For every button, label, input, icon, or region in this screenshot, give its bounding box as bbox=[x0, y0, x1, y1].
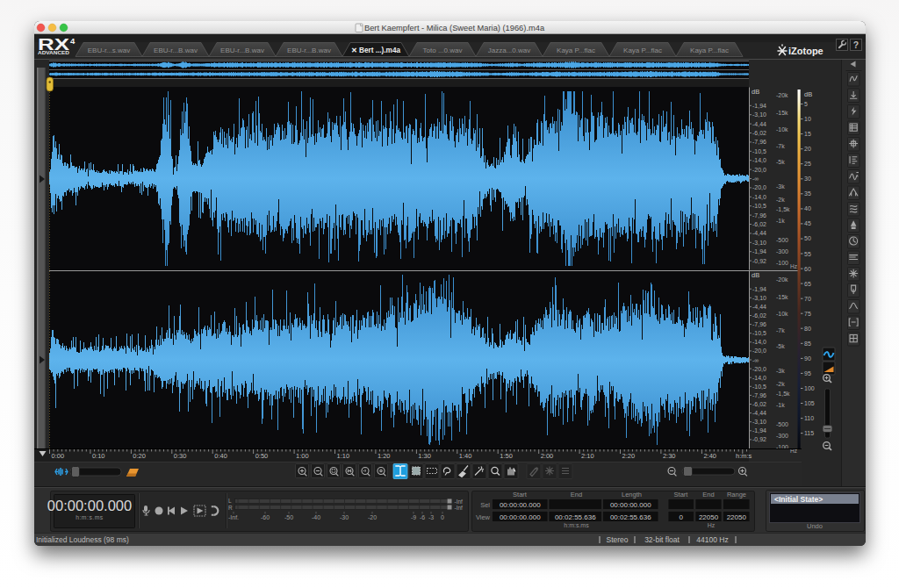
svg-text:-60: -60 bbox=[261, 514, 270, 520]
svg-text:-1,94: -1,94 bbox=[752, 248, 766, 255]
svg-text:Initialized Loudness (98 ms): Initialized Loudness (98 ms) bbox=[36, 535, 129, 544]
svg-text:-7,96: -7,96 bbox=[752, 321, 766, 327]
svg-text:ADVANCED: ADVANCED bbox=[38, 50, 69, 55]
svg-text:-4,44: -4,44 bbox=[752, 304, 766, 310]
svg-text:-300: -300 bbox=[776, 433, 788, 439]
svg-text:110: 110 bbox=[804, 415, 814, 421]
svg-text:22050: 22050 bbox=[727, 513, 747, 521]
svg-text:h:m:s.ms: h:m:s.ms bbox=[76, 514, 104, 520]
svg-text:-2k: -2k bbox=[776, 381, 785, 387]
svg-text:45: 45 bbox=[804, 220, 811, 226]
svg-text:-3k: -3k bbox=[776, 368, 785, 374]
svg-text:85: 85 bbox=[804, 341, 811, 347]
svg-text:Start: Start bbox=[674, 491, 689, 498]
svg-text:-1,94: -1,94 bbox=[752, 427, 766, 434]
svg-text:-20: -20 bbox=[368, 514, 377, 520]
svg-text:15: 15 bbox=[804, 131, 811, 137]
svg-text:dB: dB bbox=[804, 90, 812, 98]
svg-text:-Inf.: -Inf. bbox=[228, 514, 239, 520]
svg-text:-3,10: -3,10 bbox=[752, 419, 766, 425]
svg-text:-500: -500 bbox=[776, 421, 788, 427]
svg-text:<Initial State>: <Initial State> bbox=[774, 495, 823, 504]
svg-text:1:10: 1:10 bbox=[337, 452, 350, 460]
svg-text:-40: -40 bbox=[312, 514, 320, 520]
svg-text:-7,96: -7,96 bbox=[752, 212, 766, 219]
svg-text:-15k: -15k bbox=[776, 294, 788, 300]
svg-text:00:00:00.000: 00:00:00.000 bbox=[500, 513, 541, 521]
svg-text:-∞: -∞ bbox=[752, 357, 759, 363]
svg-text:-6,02: -6,02 bbox=[752, 401, 766, 407]
svg-text:-10,5: -10,5 bbox=[752, 148, 766, 154]
svg-text:0:20: 0:20 bbox=[133, 452, 146, 460]
svg-text:-30: -30 bbox=[340, 514, 349, 520]
svg-text:-14,0: -14,0 bbox=[752, 157, 766, 163]
svg-text:80: 80 bbox=[804, 326, 811, 332]
svg-text:Kaya P...flac: Kaya P...flac bbox=[623, 47, 662, 54]
svg-text:-10k: -10k bbox=[776, 311, 788, 317]
svg-text:-3,10: -3,10 bbox=[752, 295, 766, 301]
svg-text:0:00: 0:00 bbox=[52, 452, 65, 460]
svg-text:-3,10: -3,10 bbox=[752, 111, 766, 118]
svg-text:44100 Hz: 44100 Hz bbox=[696, 535, 728, 544]
svg-text:-3: -3 bbox=[428, 514, 434, 520]
svg-text:-4,44: -4,44 bbox=[752, 121, 766, 127]
svg-text:End: End bbox=[571, 491, 582, 498]
svg-text:Hz: Hz bbox=[708, 522, 716, 528]
svg-text:60: 60 bbox=[804, 266, 811, 272]
svg-text:2:10: 2:10 bbox=[581, 452, 594, 460]
svg-text:-10,5: -10,5 bbox=[752, 384, 766, 390]
svg-text:-∞: -∞ bbox=[752, 176, 759, 182]
svg-text:Undo: Undo bbox=[807, 522, 823, 530]
svg-text:dB: dB bbox=[752, 88, 759, 96]
svg-text:L: L bbox=[228, 498, 232, 504]
svg-text:50: 50 bbox=[804, 235, 811, 241]
svg-text:0:10: 0:10 bbox=[92, 452, 105, 460]
svg-text:4: 4 bbox=[70, 36, 76, 46]
svg-text:22050: 22050 bbox=[699, 513, 719, 521]
svg-text:-Inf: -Inf bbox=[455, 498, 464, 505]
svg-text:-7,96: -7,96 bbox=[752, 392, 766, 398]
svg-text:-6: -6 bbox=[420, 514, 425, 520]
svg-text:h:m:s: h:m:s bbox=[736, 452, 752, 460]
svg-text:100: 100 bbox=[804, 385, 815, 391]
svg-text:-14,0: -14,0 bbox=[752, 194, 766, 200]
svg-text:-14,0: -14,0 bbox=[752, 339, 766, 345]
svg-text:-5k: -5k bbox=[776, 343, 785, 349]
svg-text:2:30: 2:30 bbox=[663, 452, 676, 460]
svg-text:0:30: 0:30 bbox=[174, 452, 187, 460]
svg-text:-20k: -20k bbox=[776, 92, 788, 98]
svg-text:00:02:55.636: 00:02:55.636 bbox=[555, 513, 596, 521]
svg-text:2:40: 2:40 bbox=[703, 452, 716, 460]
svg-text:1:20: 1:20 bbox=[378, 452, 391, 460]
svg-text:Kaya P...flac: Kaya P...flac bbox=[557, 47, 595, 54]
svg-text:55: 55 bbox=[804, 251, 811, 257]
svg-text:Hz: Hz bbox=[790, 263, 797, 269]
svg-text:EBU-r...B.wav: EBU-r...B.wav bbox=[154, 47, 198, 54]
svg-text:EBU-r...B.wav: EBU-r...B.wav bbox=[220, 47, 264, 54]
svg-text:-15k: -15k bbox=[776, 110, 788, 116]
svg-text:5: 5 bbox=[804, 101, 808, 107]
svg-text:iZotope: iZotope bbox=[788, 46, 823, 56]
svg-text:-7k: -7k bbox=[776, 327, 785, 333]
svg-text:-20,0: -20,0 bbox=[752, 167, 766, 173]
svg-text:25: 25 bbox=[804, 161, 811, 167]
svg-text:EBU-r...s.wav: EBU-r...s.wav bbox=[88, 47, 130, 54]
svg-text:0:50: 0:50 bbox=[255, 452, 269, 460]
svg-text:32-bit float: 32-bit float bbox=[644, 535, 680, 544]
svg-text:-20,0: -20,0 bbox=[752, 184, 766, 190]
svg-text:-20k: -20k bbox=[776, 276, 788, 283]
svg-text:-5k: -5k bbox=[776, 159, 785, 165]
svg-text:-6,02: -6,02 bbox=[752, 130, 766, 136]
svg-text:-0,92: -0,92 bbox=[752, 436, 766, 442]
svg-text:h:m:s.ms: h:m:s.ms bbox=[564, 522, 589, 528]
svg-text:00:00:00.000: 00:00:00.000 bbox=[610, 501, 651, 509]
svg-text:-6,02: -6,02 bbox=[752, 221, 766, 227]
svg-text:0: 0 bbox=[680, 513, 684, 521]
svg-text:Length: Length bbox=[622, 491, 642, 498]
svg-text:2:00: 2:00 bbox=[541, 452, 554, 460]
svg-text:-20,0: -20,0 bbox=[752, 348, 766, 354]
svg-text:-50: -50 bbox=[284, 514, 293, 520]
svg-text:View: View bbox=[476, 513, 491, 521]
svg-text:105: 105 bbox=[804, 400, 815, 406]
svg-text:-0,92: -0,92 bbox=[752, 258, 766, 264]
